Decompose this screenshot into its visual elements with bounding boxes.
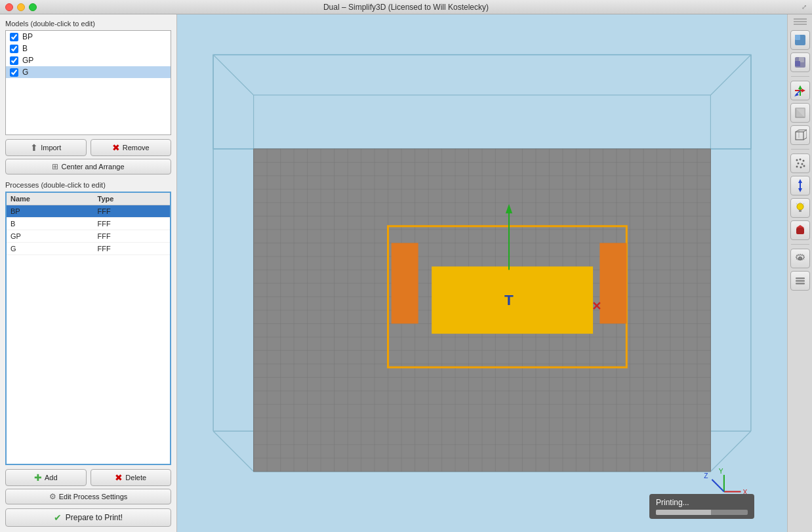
svg-point-100: [801, 163, 803, 165]
minimize-button[interactable]: [17, 3, 25, 11]
wireframe-icon: [794, 129, 807, 142]
svg-line-111: [803, 203, 804, 205]
toolbar-divider-3: [791, 244, 809, 245]
process-row[interactable]: GPFFF: [7, 230, 170, 243]
model-item-model-g[interactable]: G: [6, 66, 171, 78]
svg-rect-77: [795, 35, 800, 40]
prepare-to-print-button[interactable]: ✔ Prepare to Print!: [5, 508, 171, 527]
svg-line-110: [796, 203, 798, 205]
svg-marker-86: [794, 93, 799, 96]
svg-line-92: [803, 138, 807, 140]
progress-bar-background: [656, 510, 748, 515]
process-type: FFF: [94, 218, 170, 230]
svg-marker-84: [802, 89, 805, 92]
svg-point-107: [797, 203, 803, 210]
process-name: GP: [7, 230, 94, 243]
processes-section-label: Processes (double-click to edit): [5, 181, 171, 189]
lighting-btn[interactable]: [790, 198, 810, 218]
svg-rect-89: [796, 132, 803, 140]
toolbar-divider-1: [791, 76, 809, 77]
process-type: FFF: [94, 230, 170, 243]
origin-marker: ✕: [592, 299, 601, 313]
toolbar-divider-2: [791, 149, 809, 150]
svg-point-97: [799, 159, 801, 161]
delete-icon: ✖: [115, 472, 123, 483]
arrange-icon: ⊞: [52, 162, 58, 171]
maximize-button[interactable]: [29, 3, 37, 11]
svg-text:Z: Z: [704, 472, 708, 480]
right-toolbar: [787, 14, 812, 532]
process-row[interactable]: BFFF: [7, 218, 170, 230]
layers-icon: [794, 274, 807, 287]
svg-point-99: [797, 163, 799, 165]
col-type-header: Type: [94, 193, 170, 205]
model-item-model-gp[interactable]: GP: [6, 54, 171, 66]
light-icon: [794, 201, 807, 215]
add-process-button[interactable]: ✚ Add: [5, 469, 87, 486]
import-button[interactable]: ⬆ Import: [5, 139, 87, 156]
import-icon: ⬆: [30, 142, 38, 153]
close-button[interactable]: [5, 3, 13, 11]
process-name: B: [7, 218, 94, 230]
view-cube-icon: [794, 56, 807, 69]
drag-handle: [794, 18, 807, 25]
right-pillar: [599, 243, 626, 323]
delete-process-button[interactable]: ✖ Delete: [91, 469, 172, 486]
svg-rect-118: [796, 283, 805, 285]
process-row[interactable]: GFFF: [7, 243, 170, 255]
points-view-btn[interactable]: [790, 153, 810, 173]
view-top-left-btn[interactable]: [790, 30, 810, 50]
model-checkbox-model-g[interactable]: [10, 68, 18, 77]
left-pillar: [392, 243, 418, 323]
object-select-btn[interactable]: [790, 220, 810, 240]
model-checkbox-model-bp[interactable]: [10, 33, 18, 41]
svg-marker-113: [796, 225, 804, 228]
process-row[interactable]: BPFFF: [7, 205, 170, 218]
models-section-label: Models (double-click to edit): [5, 20, 171, 28]
gear-settings-btn[interactable]: [790, 249, 810, 268]
processes-section: Processes (double-click to edit) Name Ty…: [5, 178, 171, 527]
model-item-model-b[interactable]: B: [6, 43, 171, 54]
svg-rect-116: [796, 277, 805, 279]
wireframe-btn[interactable]: [790, 125, 810, 145]
model-checkbox-model-gp[interactable]: [10, 56, 18, 65]
window-title: Dual – Simplify3D (Licensed to Will Kost…: [323, 3, 489, 12]
center-arrange-button[interactable]: ⊞ Center and Arrange: [5, 159, 171, 174]
svg-rect-117: [796, 280, 805, 282]
process-type: FFF: [94, 243, 170, 255]
model-name-model-g: G: [22, 68, 28, 77]
status-box: Printing...: [649, 494, 754, 519]
left-panel: Models (double-click to edit) BPBGPG ⬆ I…: [0, 14, 177, 532]
view-top-left-icon: [794, 33, 807, 47]
model-item-model-bp[interactable]: BP: [6, 31, 171, 43]
gear-icon: [794, 252, 807, 265]
model-checkbox-model-b[interactable]: [10, 45, 18, 53]
svg-rect-108: [799, 210, 802, 212]
process-name: G: [7, 243, 94, 255]
svg-point-101: [796, 166, 798, 168]
process-name: BP: [7, 205, 94, 218]
remove-icon: ✖: [112, 142, 120, 153]
svg-marker-106: [798, 188, 802, 192]
process-type: FFF: [94, 205, 170, 218]
viewport[interactable]: T ✕ X Y Z Printing...: [177, 14, 787, 532]
flat-view-icon: [794, 106, 807, 119]
svg-point-103: [803, 165, 805, 167]
processes-table-container: Name Type BPFFFBFFFGPFFFGFFF: [5, 192, 171, 465]
titlebar-buttons: [5, 3, 37, 11]
model-name-model-b: B: [22, 44, 28, 53]
layers-btn[interactable]: [790, 271, 810, 291]
move-btn[interactable]: [790, 176, 810, 195]
svg-marker-105: [798, 179, 802, 183]
remove-button[interactable]: ✖ Remove: [91, 139, 172, 156]
svg-rect-112: [796, 228, 804, 234]
view-top-right-btn[interactable]: [790, 52, 810, 72]
move-icon: [794, 179, 807, 192]
flat-view-btn[interactable]: [790, 103, 810, 123]
models-list: BPBGPG: [5, 30, 171, 135]
settings-icon: ⚙: [49, 492, 56, 501]
axis-view-btn[interactable]: [790, 81, 810, 100]
axis-icon: [794, 84, 807, 97]
titlebar: Dual – Simplify3D (Licensed to Will Kost…: [0, 0, 812, 14]
edit-process-settings-button[interactable]: ⚙ Edit Process Settings: [5, 489, 171, 504]
